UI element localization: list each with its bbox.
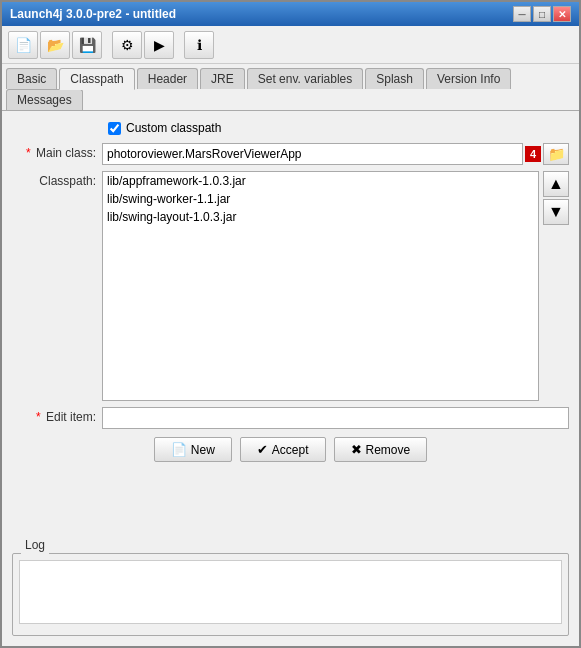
classpath-label: Classpath: bbox=[12, 171, 102, 188]
close-button[interactable]: ✕ bbox=[553, 6, 571, 22]
window-controls: ─ □ ✕ bbox=[513, 6, 571, 22]
move-up-button[interactable]: ▲ bbox=[543, 171, 569, 197]
main-class-input[interactable] bbox=[102, 143, 523, 165]
tab-splash[interactable]: Splash bbox=[365, 68, 424, 89]
action-buttons: 📄 New ✔ Accept ✖ Remove bbox=[12, 437, 569, 462]
title-bar: Launch4j 3.0.0-pre2 - untitled ─ □ ✕ bbox=[2, 2, 579, 26]
tab-classpath[interactable]: Classpath bbox=[59, 68, 134, 90]
tab-basic[interactable]: Basic bbox=[6, 68, 57, 89]
accept-button[interactable]: ✔ Accept bbox=[240, 437, 326, 462]
save-file-button[interactable]: 💾 bbox=[72, 31, 102, 59]
remove-label: Remove bbox=[366, 443, 411, 457]
toolbar: 📄 📂 💾 ⚙ ▶ ℹ bbox=[2, 26, 579, 64]
classpath-tab-content: Custom classpath * Main class: 4 📁 bbox=[2, 111, 579, 538]
tab-header[interactable]: Header bbox=[137, 68, 198, 89]
tabs-container: Basic Classpath Header JRE Set env. vari… bbox=[2, 64, 579, 538]
open-file-button[interactable]: 📂 bbox=[40, 31, 70, 59]
move-down-button[interactable]: ▼ bbox=[543, 199, 569, 225]
new-label: New bbox=[191, 443, 215, 457]
window-title: Launch4j 3.0.0-pre2 - untitled bbox=[10, 7, 176, 21]
content-area: Basic Classpath Header JRE Set env. vari… bbox=[2, 64, 579, 646]
accept-label: Accept bbox=[272, 443, 309, 457]
edit-item-row: * Edit item: bbox=[12, 407, 569, 429]
list-item[interactable]: lib/swing-worker-1.1.jar bbox=[103, 190, 538, 208]
main-class-row: * Main class: 4 📁 bbox=[12, 143, 569, 165]
classpath-list[interactable]: lib/appframework-1.0.3.jar lib/swing-wor… bbox=[102, 171, 539, 401]
tab-version-info[interactable]: Version Info bbox=[426, 68, 511, 89]
edit-item-label: * Edit item: bbox=[12, 407, 102, 424]
new-icon: 📄 bbox=[171, 442, 187, 457]
tab-set-env[interactable]: Set env. variables bbox=[247, 68, 364, 89]
custom-classpath-label: Custom classpath bbox=[126, 121, 221, 135]
main-class-required-star: * bbox=[26, 146, 31, 160]
tab-messages[interactable]: Messages bbox=[6, 89, 83, 110]
custom-classpath-row: Custom classpath bbox=[12, 121, 569, 135]
settings-button[interactable]: ⚙ bbox=[112, 31, 142, 59]
remove-icon: ✖ bbox=[351, 442, 362, 457]
main-window: Launch4j 3.0.0-pre2 - untitled ─ □ ✕ 📄 📂… bbox=[0, 0, 581, 648]
run-button[interactable]: ▶ bbox=[144, 31, 174, 59]
new-button[interactable]: 📄 New bbox=[154, 437, 232, 462]
maximize-button[interactable]: □ bbox=[533, 6, 551, 22]
tab-jre[interactable]: JRE bbox=[200, 68, 245, 89]
custom-classpath-checkbox[interactable] bbox=[108, 122, 121, 135]
accept-icon: ✔ bbox=[257, 442, 268, 457]
edit-item-input[interactable] bbox=[102, 407, 569, 429]
new-file-button[interactable]: 📄 bbox=[8, 31, 38, 59]
info-button[interactable]: ℹ bbox=[184, 31, 214, 59]
classpath-side-buttons: ▲ ▼ bbox=[543, 171, 569, 225]
minimize-button[interactable]: ─ bbox=[513, 6, 531, 22]
main-class-badge: 4 bbox=[525, 146, 541, 162]
main-class-browse-button[interactable]: 📁 bbox=[543, 143, 569, 165]
log-section: Log bbox=[12, 546, 569, 636]
list-item[interactable]: lib/appframework-1.0.3.jar bbox=[103, 172, 538, 190]
list-item[interactable]: lib/swing-layout-1.0.3.jar bbox=[103, 208, 538, 226]
remove-button[interactable]: ✖ Remove bbox=[334, 437, 428, 462]
log-content bbox=[19, 560, 562, 624]
classpath-wrapper: lib/appframework-1.0.3.jar lib/swing-wor… bbox=[102, 171, 539, 401]
classpath-row: Classpath: lib/appframework-1.0.3.jar li… bbox=[12, 171, 569, 401]
main-class-label: * Main class: bbox=[12, 143, 102, 160]
tab-bar: Basic Classpath Header JRE Set env. vari… bbox=[2, 64, 579, 111]
main-class-wrapper: 4 📁 bbox=[102, 143, 569, 165]
edit-item-required-star: * bbox=[36, 410, 41, 424]
log-legend: Log bbox=[21, 538, 49, 552]
